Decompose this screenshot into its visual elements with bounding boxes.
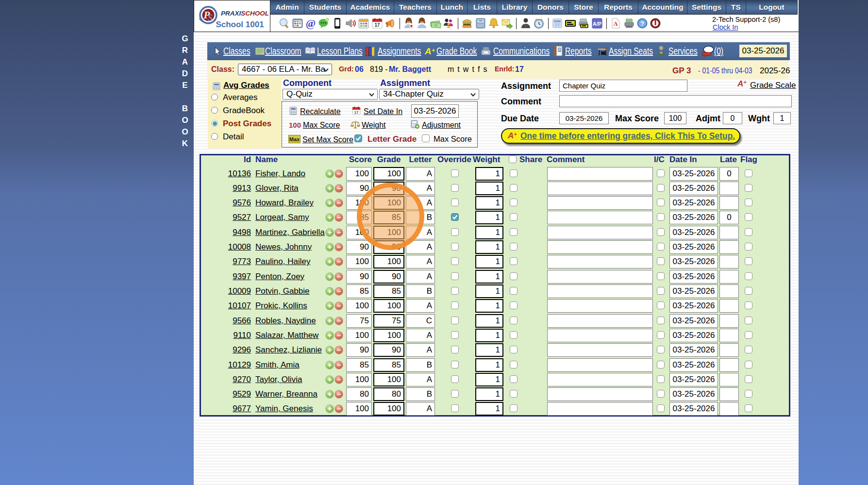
svg-text:A/P: A/P	[593, 21, 601, 27]
svg-text:A: A	[614, 20, 618, 27]
svg-text:@: @	[306, 17, 316, 29]
svg-text:17: 17	[354, 110, 359, 115]
svg-text:17: 17	[374, 22, 380, 28]
svg-text:?: ?	[640, 20, 644, 27]
